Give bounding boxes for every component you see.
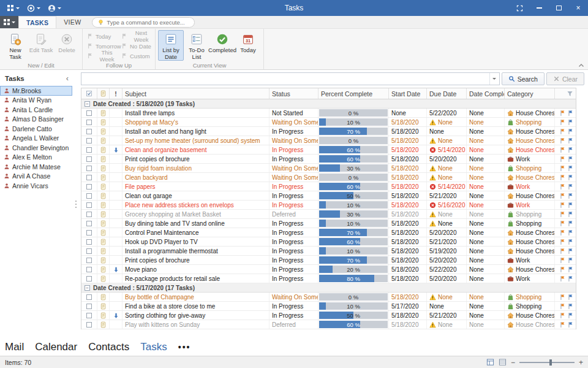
due-date-cell[interactable]: 5/22/2020 [427,109,467,117]
group-row[interactable]: −Date Created : 5/17/2020 (17 Tasks) [81,283,576,293]
blue-flag-icon[interactable] [567,257,574,264]
flag-cell[interactable] [555,127,576,136]
row-select-cell[interactable] [81,201,97,209]
grid-view-toggle-button[interactable] [486,358,494,366]
flag-cell[interactable] [555,118,576,126]
start-date-cell[interactable]: 5/18/2020 [389,237,427,246]
minimize-button[interactable] [529,0,549,16]
follow-up-flag-icon[interactable] [559,183,566,190]
date-complete-cell[interactable]: None [467,173,505,182]
task-row[interactable]: Move pianoIn Progress20 %5/18/20205/22/2… [81,265,576,274]
status-cell[interactable]: Waiting On Some... [270,136,318,145]
task-row[interactable]: Clean backyardWaiting On Some...0 %5/18/… [81,173,576,182]
row-checkbox[interactable] [86,212,92,217]
header-due-date[interactable]: Due Date [427,88,467,99]
start-date-cell[interactable]: 5/18/2020 [389,247,427,255]
row-select-cell[interactable] [81,228,97,237]
follow-up-flag-icon[interactable] [559,128,566,135]
date-complete-cell[interactable]: None [467,274,505,283]
start-date-cell[interactable]: 5/18/2020 [389,293,427,301]
date-complete-cell[interactable]: None [467,219,505,228]
task-row[interactable]: Find a bike at a store close to meIn Pro… [81,302,576,311]
due-date-cell[interactable]: None [427,136,467,145]
row-select-cell[interactable] [81,155,97,163]
due-date-cell[interactable]: None [427,293,467,301]
row-checkbox[interactable] [86,175,92,180]
flag-cell[interactable] [555,237,576,246]
date-complete-cell[interactable]: None [467,145,505,154]
flag-cell[interactable] [555,210,576,218]
follow-up-this-week-button[interactable]: This Week [85,51,118,61]
task-row[interactable]: Control Panel MaintenanceIn Progress70 %… [81,228,576,237]
subject-cell[interactable]: Sorting clothing for give-away [123,311,270,320]
flag-cell[interactable] [555,219,576,228]
follow-up-flag-icon[interactable] [559,248,566,255]
percent-complete-cell[interactable]: 60 % [318,237,389,246]
due-date-cell[interactable]: 5/21/2020 [427,311,467,320]
status-cell[interactable]: In Progress [270,145,318,154]
percent-complete-cell[interactable]: 30 % [318,164,389,172]
follow-up-flag-icon[interactable] [559,110,566,117]
status-cell[interactable]: In Progress [270,247,318,255]
task-row[interactable]: Shopping at Macy'sWaiting On Some...10 %… [81,118,576,127]
task-row[interactable]: File papersIn Progress60 %5/18/20205/14/… [81,182,576,191]
subject-cell[interactable]: Re-package products for retail sale [123,274,270,283]
header-category[interactable]: Category [505,88,555,99]
category-cell[interactable]: Shopping [505,164,555,172]
due-date-cell[interactable]: 5/14/2020 [427,182,467,191]
task-row[interactable]: Clean and organize basementIn Progress60… [81,145,576,155]
percent-complete-cell[interactable]: 60 % [318,182,389,191]
start-date-cell[interactable]: 5/18/2020 [389,265,427,274]
due-date-cell[interactable]: 5/16/2020 [427,201,467,209]
blue-flag-icon[interactable] [567,294,574,301]
flag-cell[interactable] [555,302,576,310]
status-cell[interactable]: In Progress [270,219,318,228]
blue-flag-icon[interactable] [567,248,574,255]
due-date-cell[interactable]: 5/20/2020 [427,228,467,237]
date-complete-cell[interactable]: None [467,228,505,237]
row-checkbox[interactable] [86,110,92,116]
category-cell[interactable]: Work [505,256,555,264]
row-checkbox[interactable] [86,120,92,125]
percent-complete-cell[interactable]: 0 % [318,293,389,301]
start-date-cell[interactable]: 5/18/2020 [389,274,427,283]
start-date-cell[interactable]: 5/18/2020 [389,173,427,182]
edit-task-button[interactable]: Edit Task [28,30,54,61]
blue-flag-icon[interactable] [567,156,574,163]
category-cell[interactable]: House Chores [505,247,555,255]
category-cell[interactable]: Work [505,182,555,191]
card-view-toggle-button[interactable] [499,358,507,366]
due-date-cell[interactable]: 5/20/2020 [427,155,467,163]
subject-cell[interactable]: Install three lamps [123,109,270,117]
collapse-group-icon[interactable]: − [85,285,90,291]
task-row[interactable]: Buy dining table and TV stand onlineIn P… [81,219,576,228]
zoom-in-button[interactable]: + [579,359,583,366]
row-checkbox[interactable] [86,258,92,263]
flag-cell[interactable] [555,136,576,145]
row-checkbox[interactable] [86,156,92,162]
percent-complete-cell[interactable]: 0 % [318,136,389,145]
app-menu-button[interactable] [4,0,23,16]
tab-view[interactable]: VIEW [56,16,88,28]
flag-cell[interactable] [555,109,576,117]
subject-cell[interactable]: Buy rigid foam insulation [123,164,270,172]
start-date-cell[interactable]: 5/18/2020 [389,127,427,136]
due-date-cell[interactable]: 5/21/2020 [427,191,467,200]
due-date-cell[interactable]: None [427,164,467,172]
subject-cell[interactable]: Control Panel Maintenance [123,228,270,237]
ribbon-collapse-button[interactable] [578,63,584,67]
row-select-cell[interactable] [81,191,97,200]
task-row[interactable]: Hook up DVD Player to TVIn Progress60 %5… [81,237,576,247]
percent-complete-cell[interactable]: 70 % [318,256,389,264]
task-row[interactable]: Buy rigid foam insulationWaiting On Some… [81,164,576,173]
header-start-date[interactable]: Start Date [389,88,427,99]
due-date-cell[interactable]: 5/21/2020 [427,237,467,246]
date-complete-cell[interactable]: None [467,164,505,172]
percent-complete-cell[interactable]: 50 % [318,191,389,200]
flag-cell[interactable] [555,164,576,172]
status-cell[interactable]: In Progress [270,127,318,136]
percent-complete-cell[interactable]: 10 % [318,118,389,126]
blue-flag-icon[interactable] [567,239,574,245]
row-checkbox[interactable] [86,276,92,282]
date-complete-cell[interactable]: None [467,320,505,329]
